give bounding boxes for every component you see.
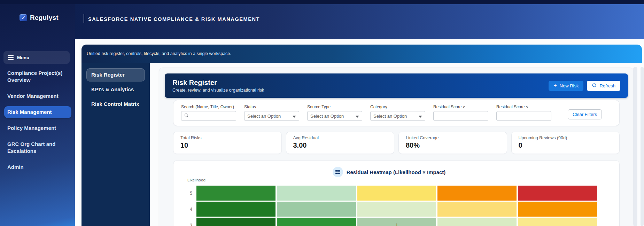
heatmap-cell[interactable] [357,202,436,217]
search-icon [184,113,189,119]
category-label: Category [370,104,425,109]
risk-register-header: Risk Register Create, review, and visual… [165,73,628,98]
residual-min-field: Residual Score ≥ [433,104,488,121]
page-scrollbar[interactable] [641,67,644,226]
brand-logo: ✓ Regulyst [20,14,59,22]
likelihood-axis-label: Likelihood [187,178,597,182]
risk-subnav: Risk Register KPI's & Analytics Risk Con… [82,63,150,226]
stat-total-risks: Total Risks 10 [173,132,282,154]
heatmap-cell[interactable] [437,218,517,226]
search-field: Search (Name, Title, Owner) [181,104,236,121]
residual-min-label: Residual Score ≥ [433,104,488,109]
heatmap-row: 4 [181,202,597,217]
heatmap-row: 5 [181,186,597,201]
stat-upcoming-reviews: Upcoming Reviews (90d) 0 [511,132,620,154]
search-label: Search (Name, Title, Owner) [181,104,236,109]
category-select[interactable]: Select an Option [370,111,425,121]
app-header: SALESFORCE NATIVE COMPLIANCE & RISK MANA… [75,0,644,39]
refresh-icon [592,83,597,89]
chevron-down-icon [356,113,359,119]
heatmap-cell[interactable] [277,202,356,217]
check-badge-icon: ✓ [20,14,27,21]
likelihood-tick: 4 [181,202,196,217]
heatmap-cell[interactable] [357,186,436,201]
search-input[interactable] [181,111,236,121]
residual-min-input[interactable] [433,111,488,121]
heatmap-cell[interactable] [437,202,517,217]
status-label: Status [244,104,299,109]
heatmap-cell[interactable] [277,218,356,226]
heatmap-cell[interactable] [196,202,276,217]
residual-max-field: Residual Score ≤ [496,104,551,121]
top-chrome-strip [0,0,644,4]
source-type-label: Source Type [307,104,362,109]
menu-label: Menu [17,55,29,60]
subnav-item-kpis-analytics[interactable]: KPI's & Analytics [86,83,145,96]
subnav-item-risk-register[interactable]: Risk Register [86,68,145,81]
heatmap-cell[interactable] [196,218,276,226]
chevron-down-icon [419,113,422,119]
category-field: Category Select an Option [370,104,425,121]
clear-filters-button[interactable]: Clear Filters [568,109,602,119]
risk-register-panel: Risk Register Create, review, and visual… [159,68,634,226]
heatmap-row: 3 1 [181,218,597,226]
page-subtitle: Create, review, and visualize organizati… [172,88,264,93]
chevron-down-icon [293,113,296,119]
new-risk-button[interactable]: + New Risk [549,81,583,91]
brand-name: Regulyst [30,14,59,22]
residual-max-input[interactable] [496,111,551,121]
table-grid-icon [333,167,343,177]
sidebar-item-admin[interactable]: Admin [4,161,71,173]
stat-avg-residual: Avg Residual 3.00 [286,132,395,154]
heatmap-cell[interactable] [277,186,356,201]
plus-icon: + [553,83,557,88]
sidebar-item-risk-management[interactable]: Risk Management [4,106,71,118]
page-title: Risk Register [172,79,264,87]
heatmap-cell[interactable] [437,186,517,201]
sidebar-item-compliance-projects-overview[interactable]: Compliance Project(s) Overview [4,67,71,86]
app-title: SALESFORCE NATIVE COMPLIANCE & RISK MANA… [88,16,260,22]
sidebar-item-vendor-management[interactable]: Vendor Management [4,90,71,102]
status-select[interactable]: Select an Option [244,111,299,121]
heatmap-cell[interactable] [518,186,597,201]
heatmap-title: Residual Heatmap (Likelihood × Impact) [347,169,446,175]
status-field: Status Select an Option [244,104,299,121]
heatmap-cell[interactable]: 1 [357,218,436,226]
inner-scrollbar[interactable] [633,67,637,226]
source-type-select[interactable]: Select an Option [307,111,362,121]
refresh-button[interactable]: Refresh [587,81,620,91]
main-panel: Unified risk register, controls, lifecyc… [79,39,644,226]
workspace-banner: Unified risk register, controls, lifecyc… [82,45,642,63]
likelihood-tick: 3 [181,218,196,226]
heatmap-cell[interactable] [196,186,276,201]
heatmap-cell[interactable] [518,218,597,226]
hamburger-icon [8,55,14,60]
heatmap-cell[interactable] [518,202,597,217]
source-type-field: Source Type Select an Option [307,104,362,121]
residual-heatmap-card: Residual Heatmap (Likelihood × Impact) L… [173,160,620,226]
workspace-banner-text: Unified risk register, controls, lifecyc… [87,51,231,56]
stats-row: Total Risks 10 Avg Residual 3.00 Linked … [173,132,620,154]
main-sidebar: ✓ Regulyst Menu Compliance Project(s) Ov… [0,0,75,226]
residual-max-label: Residual Score ≤ [496,104,551,109]
filter-bar: Search (Name, Title, Owner) Status [173,100,620,126]
sidebar-item-policy-management[interactable]: Policy Management [4,122,71,134]
heatmap-title-row: Residual Heatmap (Likelihood × Impact) [181,167,597,177]
sidebar-nav: Compliance Project(s) Overview Vendor Ma… [4,67,71,177]
subnav-item-risk-control-matrix[interactable]: Risk Control Matrix [86,98,145,111]
stat-linked-coverage: Linked Coverage 80% [398,132,507,154]
sidebar-item-grc-org-chart[interactable]: GRC Org Chart and Escalations [4,138,71,157]
menu-toggle-button[interactable]: Menu [3,51,70,64]
likelihood-tick: 5 [181,186,196,201]
header-divider [84,14,84,23]
content-area: Risk Register Create, review, and visual… [150,63,644,226]
